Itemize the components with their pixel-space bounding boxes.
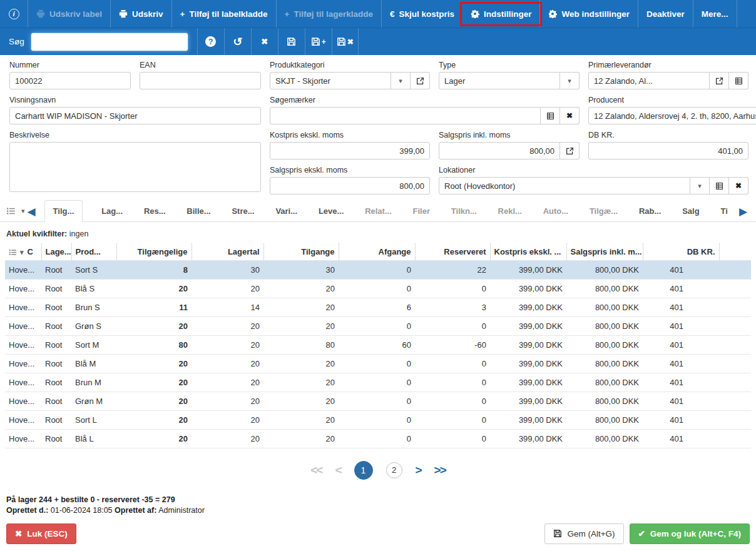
pagination-last-button[interactable]: >> — [434, 463, 446, 477]
type-select[interactable] — [439, 72, 560, 89]
save-button-toolbar[interactable] — [278, 28, 305, 56]
tab-auto[interactable]: Auto... — [541, 201, 571, 221]
table-cell: Blå L — [71, 429, 116, 448]
pagination-first-button[interactable]: << — [310, 463, 322, 477]
column-header-c[interactable]: ▾ C — [5, 243, 41, 260]
lokationer-clear-button[interactable]: ✖ — [729, 177, 748, 195]
tab-stre[interactable]: Stre... — [229, 201, 257, 221]
lokationer-select[interactable] — [439, 177, 690, 195]
beskrivelse-textarea[interactable] — [9, 142, 261, 192]
pagination-next-button[interactable]: > — [416, 463, 421, 477]
undo-button[interactable]: ↺ — [224, 28, 251, 56]
info-button[interactable]: i — [0, 0, 28, 28]
tab-relat[interactable]: Relat... — [362, 201, 394, 221]
pagination-prev-button[interactable]: < — [335, 463, 340, 477]
close-button[interactable]: ✖ Luk (ESC) — [6, 523, 76, 544]
tab-rab[interactable]: Rab... — [636, 201, 663, 221]
ean-input[interactable] — [140, 72, 261, 89]
produktkategori-open-button[interactable] — [411, 72, 430, 89]
kostpris-input[interactable] — [270, 142, 430, 159]
column-header-kostpris[interactable]: Kostpris ekskl. ... — [490, 243, 566, 260]
add-to-labelkladde-button[interactable]: + Tilføj til labelkladde — [171, 0, 276, 28]
tabs-scroll-left-button[interactable]: ◀ — [25, 206, 38, 221]
table-row[interactable]: Hove...RootSort L20202000399,00 DKK800,0… — [5, 410, 751, 429]
primaerleverandoer-input[interactable] — [588, 72, 710, 89]
table-row[interactable]: Hove...RootBlå S20202000399,00 DKK800,00… — [5, 279, 751, 298]
help-button[interactable]: ? — [197, 28, 224, 56]
print-label-button[interactable]: Udskriv label — [28, 0, 110, 28]
tab-ti[interactable]: Ti — [718, 201, 730, 221]
tab-filer[interactable]: Filer — [411, 201, 432, 221]
table-row[interactable]: Hove...RootBrun S11142063399,00 DKK800,0… — [5, 298, 751, 316]
table-cell: 0 — [415, 354, 490, 373]
type-dropdown-button[interactable]: ▾ — [560, 72, 580, 89]
table-row[interactable]: Hove...RootGrøn M20202000399,00 DKK800,0… — [5, 392, 751, 410]
deactivate-button[interactable]: Deaktiver — [638, 0, 693, 28]
table-cell: 30 — [263, 260, 339, 279]
producent-input[interactable] — [588, 107, 756, 124]
settings-button[interactable]: Indstillinger — [462, 0, 540, 28]
table-row[interactable]: Hove...RootBlå M20202000399,00 DKK800,00… — [5, 354, 751, 373]
hide-costprice-button[interactable]: € Skjul kostpris — [381, 0, 462, 28]
column-header-db-kr[interactable]: DB KR. — [643, 243, 719, 260]
table-row[interactable]: Hove...RootSort M80208060-60399,00 DKK80… — [5, 335, 751, 354]
produktkategori-select[interactable] — [270, 72, 391, 89]
tabs-menu-icons[interactable]: ▾ — [6, 206, 25, 221]
column-header-afgange[interactable]: Afgange — [339, 243, 415, 260]
more-button[interactable]: Mere... — [693, 0, 737, 28]
column-header-lager[interactable]: Lage... — [41, 243, 71, 260]
save-and-close-button[interactable]: ✔ Gem og luk (Alt+C, F4) — [630, 523, 750, 544]
close-icon: ✖ — [261, 37, 268, 46]
tab-tilg[interactable]: Tilg... — [44, 200, 83, 222]
primaerleverandoer-open-button[interactable] — [710, 72, 729, 89]
pagination-page-2-button[interactable]: 2 — [386, 462, 402, 478]
save-close-button-toolbar[interactable]: ✖ — [332, 28, 359, 56]
close-button-text: Luk (ESC) — [27, 529, 68, 538]
clear-search-button[interactable]: ✖ — [251, 28, 278, 56]
tab-vari[interactable]: Vari... — [273, 201, 300, 221]
produktkategori-dropdown-button[interactable]: ▾ — [391, 72, 411, 89]
field-nummer: Nummer — [9, 58, 131, 89]
nummer-input[interactable] — [9, 72, 131, 89]
column-header-tilgaengelige[interactable]: Tilgængelige — [116, 243, 192, 260]
table-row[interactable]: Hove...RootBlå L20202000399,00 DKK800,00… — [5, 429, 751, 448]
tab-salg[interactable]: Salg — [680, 201, 702, 221]
soegemaerker-input[interactable] — [270, 107, 541, 124]
tab-tilkn[interactable]: Tilkn... — [449, 201, 479, 221]
save-new-button[interactable]: + — [305, 28, 332, 56]
table-row[interactable]: Hove...RootSort S83030022399,00 DKK800,0… — [5, 260, 751, 279]
save-button[interactable]: Gem (Alt+G) — [544, 523, 623, 544]
column-header-reserveret[interactable]: Reserveret — [415, 243, 490, 260]
tabs-scroll-right-button[interactable]: ▶ — [737, 206, 750, 221]
tab-bille[interactable]: Bille... — [184, 201, 213, 221]
tab-lag[interactable]: Lag... — [99, 201, 125, 221]
visningsnavn-input[interactable] — [9, 107, 261, 124]
salgspris-ekskl-input[interactable] — [270, 177, 430, 195]
search-input[interactable] — [31, 33, 188, 51]
web-settings-button[interactable]: Web indstillinger — [539, 0, 638, 28]
toolbar-search: Søg ? ↺ ✖ + ✖ — [0, 28, 756, 55]
tab-leve[interactable]: Leve... — [316, 201, 346, 221]
primaerleverandoer-list-button[interactable] — [729, 72, 748, 89]
salgspris-inkl-open-button[interactable] — [560, 142, 580, 159]
column-header-lagertal[interactable]: Lagertal — [192, 243, 263, 260]
tab-rekl[interactable]: Rekl... — [496, 201, 524, 221]
lokationer-dropdown-button[interactable]: ▾ — [690, 177, 710, 195]
column-header-produkt[interactable]: Prod... — [71, 243, 116, 260]
column-header-tilgange[interactable]: Tilgange — [263, 243, 339, 260]
salgspris-inkl-input[interactable] — [439, 142, 560, 159]
table-row[interactable]: Hove...RootGrøn S20202000399,00 DKK800,0… — [5, 316, 751, 335]
pagination-page-1-button[interactable]: 1 — [354, 461, 373, 480]
tab-tilgae[interactable]: Tilgæ... — [587, 201, 620, 221]
soegemaerker-clear-button[interactable]: ✖ — [560, 107, 580, 124]
table-row[interactable]: Hove...RootBrun M20202000399,00 DKK800,0… — [5, 373, 751, 392]
print-button[interactable]: Udskriv — [110, 0, 171, 28]
add-to-lagerkladde-button[interactable]: + Tilføj til lagerkladde — [276, 0, 381, 28]
table-cell: 399,00 DKK — [490, 429, 566, 448]
column-header-salgspris[interactable]: Salgspris inkl. m... — [566, 243, 643, 260]
table-cell: 0 — [339, 279, 415, 298]
db-kr-input[interactable] — [588, 142, 748, 159]
tab-res[interactable]: Res... — [141, 201, 168, 221]
soegemaerker-list-button[interactable] — [541, 107, 560, 124]
lokationer-list-button[interactable] — [710, 177, 729, 195]
